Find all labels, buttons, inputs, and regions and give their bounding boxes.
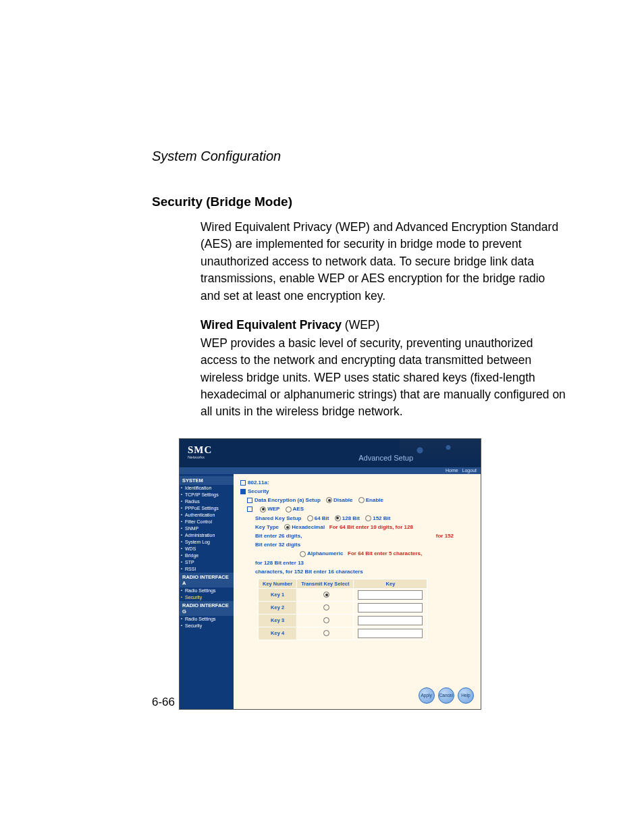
radio-152[interactable] bbox=[365, 515, 371, 521]
apply-button[interactable]: Apply bbox=[419, 687, 435, 704]
nav-system-12[interactable]: RSSI bbox=[180, 566, 234, 573]
square-icon bbox=[240, 480, 246, 486]
running-head: System Configuration bbox=[152, 149, 566, 164]
wep-paragraph: WEP provides a basic level of security, … bbox=[200, 335, 566, 421]
radio-aes[interactable] bbox=[286, 506, 292, 513]
alpha-row-1: Alphanumeric For 64 Bit enter 5 characte… bbox=[255, 550, 474, 556]
shot-topbar: Home Logout bbox=[180, 467, 481, 474]
nav-system-8[interactable]: System Log bbox=[180, 539, 234, 546]
key-row-3-label: Key 3 bbox=[259, 614, 297, 627]
nav-system-1[interactable]: TCP/IP Settings bbox=[180, 492, 234, 498]
nav-system-4[interactable]: Authentication bbox=[180, 512, 234, 519]
key-row-4-label: Key 4 bbox=[259, 627, 297, 640]
tx-radio-1[interactable] bbox=[323, 592, 329, 598]
square-icon bbox=[247, 506, 252, 512]
nav-system-2[interactable]: Radius bbox=[180, 498, 234, 505]
header-title: Advanced Setup bbox=[358, 454, 413, 462]
nav-ria-1[interactable]: Security bbox=[180, 594, 234, 601]
nav-system-0[interactable]: Identification bbox=[180, 485, 234, 492]
main-panel: 802.11a: Security Data Encryption (a) Se… bbox=[234, 474, 481, 709]
radio-enable[interactable] bbox=[358, 497, 365, 503]
data-enc-row: Data Encryption (a) Setup Disable Enable bbox=[247, 497, 474, 503]
wep-subhead: Wired Equivalent Privacy (WEP) bbox=[200, 318, 566, 332]
nav-system-3[interactable]: PPPoE Settings bbox=[180, 505, 234, 512]
key-row-2-label: Key 2 bbox=[259, 601, 297, 614]
nav-system-10[interactable]: Bridge bbox=[180, 552, 234, 559]
key-type-hex-row: Key Type Hexadecimal For 64 Bit enter 10… bbox=[255, 524, 474, 530]
help-button[interactable]: Help bbox=[458, 687, 474, 704]
tx-radio-2[interactable] bbox=[323, 604, 329, 610]
band-label: 802.11a: bbox=[240, 479, 474, 486]
nav-system-9[interactable]: WDS bbox=[180, 546, 234, 552]
section-title: Security (Bridge Mode) bbox=[152, 194, 566, 209]
intro-paragraph: Wired Equivalent Privacy (WEP) and Advan… bbox=[200, 219, 566, 305]
shared-key-row: Shared Key Setup 64 Bit 128 Bit 152 Bit bbox=[255, 515, 474, 521]
key-row-1-label: Key 1 bbox=[259, 588, 297, 601]
page-number: 6-66 bbox=[152, 696, 175, 709]
alpha-row-2: for 128 Bit enter 13 bbox=[255, 560, 474, 566]
alpha-row-3: characters, for 152 Bit enter 16 charact… bbox=[255, 569, 474, 575]
security-label: Security bbox=[240, 488, 474, 494]
radio-64[interactable] bbox=[307, 515, 313, 521]
nav-head-ria: RADIO INTERFACE A bbox=[180, 573, 234, 588]
cancel-button[interactable]: Cancel bbox=[438, 687, 454, 704]
shot-header: SMC Networks Advanced Setup bbox=[180, 439, 481, 467]
hex-note-row-3: Bit enter 32 digits bbox=[255, 542, 474, 548]
nav-rig-0[interactable]: Radio Settings bbox=[180, 616, 234, 623]
th-tx-select: Transmit Key Select bbox=[297, 579, 354, 588]
square-icon bbox=[240, 489, 246, 494]
radio-128[interactable] bbox=[335, 515, 341, 521]
embedded-screenshot: SMC Networks Advanced Setup Home Logout … bbox=[179, 438, 481, 710]
tx-radio-4[interactable] bbox=[323, 630, 329, 636]
key-input-1[interactable] bbox=[358, 590, 423, 600]
nav-head-rig: RADIO INTERFACE G bbox=[180, 601, 234, 616]
nav-system-7[interactable]: Administration bbox=[180, 532, 234, 539]
home-link[interactable]: Home bbox=[446, 468, 458, 473]
wep-aes-row: WEP AES bbox=[247, 506, 474, 512]
key-input-3[interactable] bbox=[358, 616, 423, 625]
tx-radio-3[interactable] bbox=[323, 617, 329, 623]
key-input-2[interactable] bbox=[358, 603, 423, 613]
button-row: Apply Cancel Help bbox=[417, 687, 474, 704]
th-key-number: Key Number bbox=[259, 579, 297, 588]
square-icon bbox=[247, 498, 252, 503]
radio-alpha[interactable] bbox=[300, 551, 306, 557]
nav-rig-1[interactable]: Security bbox=[180, 623, 234, 629]
nav-system-5[interactable]: Filter Control bbox=[180, 519, 234, 525]
hex-note-row-2: Bit enter 26 digits, for 152 bbox=[255, 533, 474, 539]
wep-subhead-rest: (WEP) bbox=[342, 318, 379, 332]
logout-link[interactable]: Logout bbox=[462, 468, 477, 473]
key-input-4[interactable] bbox=[358, 629, 423, 638]
nav-system-6[interactable]: SNMP bbox=[180, 525, 234, 532]
nav-system-11[interactable]: STP bbox=[180, 559, 234, 566]
brand-logo: SMC bbox=[188, 444, 212, 456]
nav-ria-0[interactable]: Radio Settings bbox=[180, 588, 234, 594]
radio-hex[interactable] bbox=[284, 524, 290, 530]
header-art bbox=[400, 439, 481, 467]
key-table: Key Number Transmit Key Select Key Key 1… bbox=[258, 579, 427, 640]
nav-head-system: SYSTEM bbox=[180, 476, 234, 485]
radio-disable[interactable] bbox=[326, 497, 332, 503]
th-key: Key bbox=[354, 579, 427, 588]
wep-subhead-bold: Wired Equivalent Privacy bbox=[200, 318, 342, 332]
sidebar: SYSTEM Identification TCP/IP Settings Ra… bbox=[180, 474, 234, 709]
radio-wep[interactable] bbox=[260, 506, 266, 513]
brand-subtext: Networks bbox=[188, 455, 205, 459]
